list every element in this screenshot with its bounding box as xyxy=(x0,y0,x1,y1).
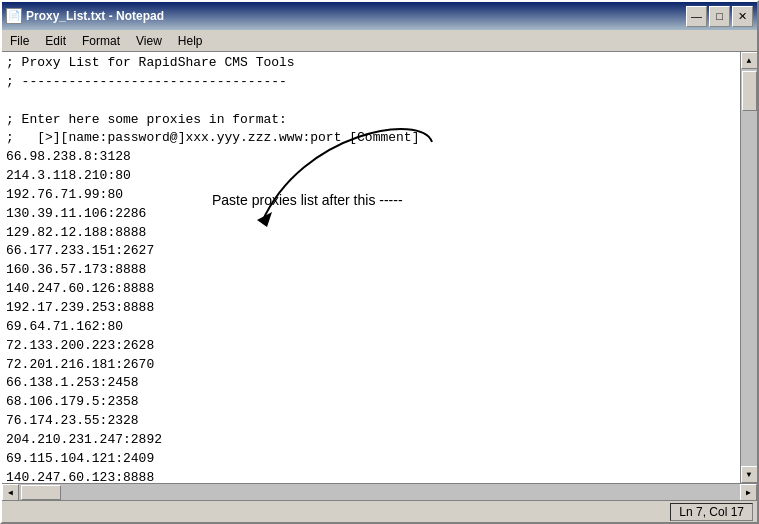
menu-help[interactable]: Help xyxy=(170,30,211,51)
horizontal-scrollbar[interactable]: ◀ ▶ xyxy=(2,483,757,500)
scroll-up-button[interactable]: ▲ xyxy=(741,52,758,69)
scroll-right-button[interactable]: ▶ xyxy=(740,484,757,500)
window-title: Proxy_List.txt - Notepad xyxy=(26,9,164,23)
menu-edit[interactable]: Edit xyxy=(37,30,74,51)
scroll-thumb-h[interactable] xyxy=(21,485,61,500)
menu-format[interactable]: Format xyxy=(74,30,128,51)
scroll-track-h[interactable] xyxy=(19,484,740,500)
cursor-position: Ln 7, Col 17 xyxy=(670,503,753,521)
close-button[interactable]: ✕ xyxy=(732,6,753,27)
scroll-left-button[interactable]: ◀ xyxy=(2,484,19,500)
title-bar-left: 📄 Proxy_List.txt - Notepad xyxy=(6,8,164,24)
menu-bar: File Edit Format View Help xyxy=(2,30,757,52)
restore-button[interactable]: □ xyxy=(709,6,730,27)
editor-area: ; Proxy List for RapidShare CMS Tools ; … xyxy=(2,52,757,483)
menu-file[interactable]: File xyxy=(2,30,37,51)
scroll-thumb-v[interactable] xyxy=(742,71,757,111)
menu-view[interactable]: View xyxy=(128,30,170,51)
title-bar: 📄 Proxy_List.txt - Notepad — □ ✕ xyxy=(2,2,757,30)
scroll-track-v[interactable] xyxy=(741,69,757,466)
notepad-window: 📄 Proxy_List.txt - Notepad — □ ✕ File Ed… xyxy=(0,0,759,524)
vertical-scrollbar[interactable]: ▲ ▼ xyxy=(740,52,757,483)
text-editor[interactable]: ; Proxy List for RapidShare CMS Tools ; … xyxy=(2,52,740,483)
status-bar: Ln 7, Col 17 xyxy=(2,500,757,522)
minimize-button[interactable]: — xyxy=(686,6,707,27)
content-wrapper: ; Proxy List for RapidShare CMS Tools ; … xyxy=(2,52,757,500)
title-buttons: — □ ✕ xyxy=(686,6,753,27)
scroll-down-button[interactable]: ▼ xyxy=(741,466,758,483)
file-icon: 📄 xyxy=(6,8,22,24)
